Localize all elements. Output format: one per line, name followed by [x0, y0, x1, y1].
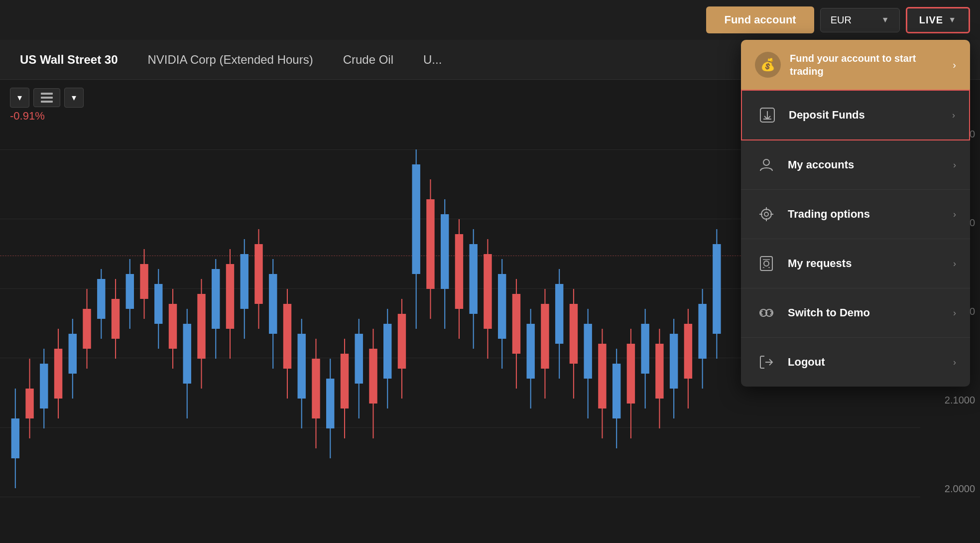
svg-rect-48	[326, 379, 334, 428]
svg-rect-54	[369, 349, 377, 404]
svg-rect-62	[426, 199, 434, 289]
svg-rect-92	[641, 324, 649, 374]
svg-rect-26	[169, 304, 177, 349]
logout-label: Logout	[788, 356, 825, 369]
menu-item-accounts[interactable]: My accounts ›	[741, 140, 970, 190]
topbar: Fund account EUR ▼ LIVE ▼	[0, 0, 980, 40]
requests-label: My requests	[788, 257, 852, 270]
demo-label: Switch to Demo	[788, 306, 870, 319]
currency-chevron-icon: ▼	[881, 15, 889, 24]
svg-rect-64	[441, 214, 449, 289]
ticker-item-2[interactable]: Crude Oil	[343, 53, 393, 67]
requests-icon	[755, 252, 778, 275]
fund-banner-chevron-icon: ›	[953, 59, 956, 71]
svg-rect-96	[670, 334, 678, 389]
trading-label: Trading options	[788, 208, 870, 221]
accounts-label: My accounts	[788, 158, 854, 171]
svg-rect-74	[512, 294, 520, 354]
svg-rect-70	[484, 254, 491, 329]
svg-rect-102	[713, 244, 721, 334]
menu-item-trading[interactable]: Trading options ›	[741, 190, 970, 239]
svg-rect-68	[469, 244, 477, 314]
svg-point-108	[764, 212, 768, 216]
svg-rect-76	[526, 324, 534, 379]
accounts-chevron-icon: ›	[953, 160, 956, 170]
ticker-item-1[interactable]: NVIDIA Corp (Extended Hours)	[148, 53, 313, 67]
svg-rect-100	[698, 304, 706, 359]
ticker-item-0[interactable]: US Wall Street 30	[20, 53, 118, 67]
svg-rect-32	[212, 269, 220, 329]
deposit-chevron-icon: ›	[952, 110, 955, 121]
svg-rect-30	[197, 294, 205, 359]
price-label-4: 2.0000	[920, 483, 980, 495]
svg-point-106	[763, 159, 769, 165]
svg-rect-113	[760, 257, 772, 271]
price-label-3: 2.1000	[920, 395, 980, 406]
svg-rect-94	[655, 344, 663, 399]
svg-rect-86	[598, 344, 606, 408]
currency-dropdown[interactable]: EUR ▼	[820, 8, 900, 32]
accounts-icon	[755, 153, 778, 176]
svg-rect-78	[541, 304, 549, 369]
svg-rect-24	[154, 284, 162, 324]
ticker-item-3[interactable]: U...	[423, 53, 442, 67]
live-label: LIVE	[919, 14, 943, 26]
svg-rect-66	[455, 234, 463, 309]
menu-item-demo[interactable]: Switch to Demo ›	[741, 288, 970, 338]
fund-banner-text: Fund your account to start trading	[790, 52, 944, 78]
fund-account-button[interactable]: Fund account	[706, 6, 814, 33]
svg-rect-36	[241, 254, 248, 309]
svg-rect-90	[627, 344, 635, 404]
menu-item-logout[interactable]: Logout ›	[741, 338, 970, 387]
svg-rect-34	[226, 264, 234, 329]
svg-rect-80	[555, 284, 563, 344]
svg-rect-10	[54, 349, 62, 399]
fund-banner[interactable]: 💰 Fund your account to start trading ›	[741, 40, 970, 90]
demo-chevron-icon: ›	[953, 308, 956, 318]
svg-rect-52	[355, 334, 363, 384]
svg-rect-20	[126, 274, 134, 309]
svg-rect-4	[11, 418, 19, 458]
live-chevron-icon: ▼	[948, 15, 957, 24]
svg-rect-82	[570, 304, 578, 364]
svg-rect-88	[612, 364, 620, 418]
svg-rect-60	[412, 164, 420, 274]
svg-rect-44	[298, 334, 306, 399]
trading-icon	[755, 203, 778, 226]
live-mode-button[interactable]: LIVE ▼	[906, 7, 970, 33]
svg-rect-42	[283, 304, 291, 369]
demo-icon	[755, 301, 778, 324]
svg-rect-72	[498, 274, 506, 339]
logout-icon	[755, 351, 778, 374]
svg-rect-8	[40, 364, 48, 408]
trading-chevron-icon: ›	[953, 209, 956, 220]
svg-rect-46	[312, 359, 320, 418]
svg-rect-6	[25, 389, 33, 418]
svg-rect-56	[383, 324, 391, 379]
svg-rect-84	[584, 324, 592, 379]
svg-rect-14	[83, 309, 91, 349]
svg-rect-28	[183, 324, 191, 384]
logout-chevron-icon: ›	[953, 357, 956, 368]
dropdown-menu: 💰 Fund your account to start trading › D…	[741, 40, 970, 387]
svg-rect-22	[140, 264, 148, 299]
menu-item-requests[interactable]: My requests ›	[741, 239, 970, 288]
deposit-label: Deposit Funds	[789, 109, 865, 122]
svg-rect-16	[97, 279, 105, 319]
svg-point-107	[761, 209, 771, 219]
svg-rect-98	[684, 324, 692, 379]
svg-rect-12	[69, 334, 77, 374]
currency-label: EUR	[831, 14, 852, 26]
svg-rect-18	[112, 299, 120, 339]
svg-point-114	[764, 261, 769, 266]
deposit-icon	[756, 104, 779, 127]
menu-item-deposit[interactable]: Deposit Funds ›	[741, 90, 970, 140]
svg-rect-38	[254, 244, 262, 304]
requests-chevron-icon: ›	[953, 259, 956, 269]
fund-banner-icon: 💰	[755, 52, 781, 78]
svg-rect-50	[341, 354, 349, 408]
svg-rect-58	[398, 314, 406, 369]
svg-rect-40	[269, 274, 277, 334]
